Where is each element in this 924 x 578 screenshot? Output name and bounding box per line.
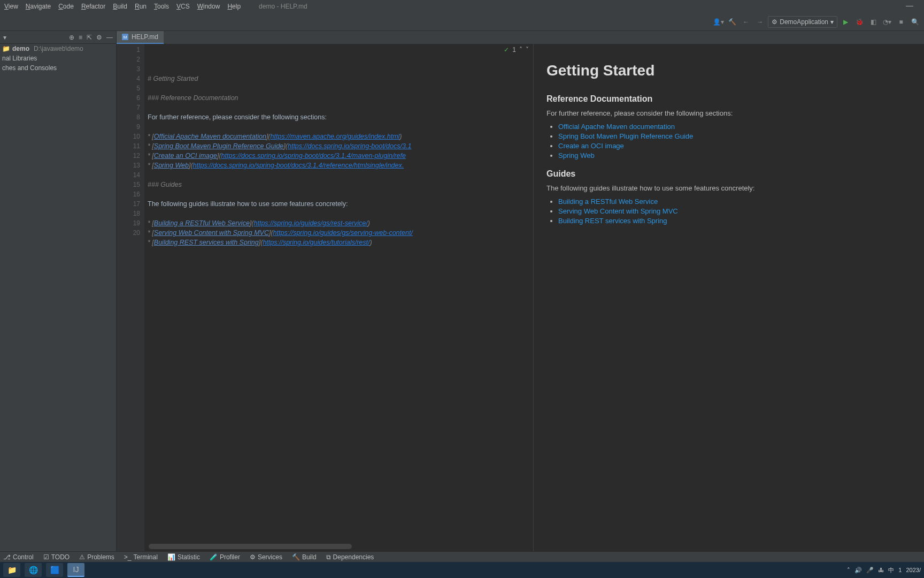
preview-link: Building a RESTful Web Service (558, 197, 911, 206)
tray-sound-icon[interactable]: 🔊 (854, 567, 862, 574)
menu-vcs[interactable]: VCS (176, 3, 190, 10)
gutter: 1234567891011121314151617181920 (117, 44, 144, 551)
hide-icon[interactable]: — (106, 34, 113, 41)
project-tree[interactable]: 📁 demo D:\javaweb\demo nal Libraries che… (0, 44, 116, 73)
preview-refs-list: Official Apache Maven documentationSprin… (558, 123, 911, 159)
editor-tabs: M HELP.md (117, 31, 924, 44)
horizontal-scrollbar[interactable] (149, 544, 352, 549)
project-root[interactable]: 📁 demo D:\javaweb\demo (0, 44, 116, 54)
preview-link: Spring Boot Maven Plugin Reference Guide (558, 132, 911, 140)
build-icon[interactable]: 🔨 (726, 16, 738, 28)
markdown-preview: Getting Started Reference Documentation … (534, 44, 924, 551)
check-icon: ✓ (504, 45, 509, 55)
preview-link-a[interactable]: Building REST services with Spring (558, 217, 667, 225)
menu-refactor[interactable]: Refactor (81, 3, 105, 10)
preview-link-a[interactable]: Serving Web Content with Spring MVC (558, 207, 678, 215)
preview-guides-list: Building a RESTful Web ServiceServing We… (558, 197, 911, 225)
tray-network-icon[interactable]: 🖧 (878, 567, 884, 573)
system-tray[interactable]: ˄ 🔊 🎤 🖧 中 1 2023/ (847, 566, 921, 574)
toolwin-build[interactable]: 🔨Build (292, 553, 317, 561)
menu-tools[interactable]: Tools (154, 3, 169, 10)
chevron-down-icon[interactable]: ˅ (526, 45, 529, 55)
preview-link-a[interactable]: Official Apache Maven documentation (558, 123, 675, 131)
folder-icon: 📁 (2, 45, 10, 52)
project-dropdown-icon[interactable]: ▾ (3, 34, 6, 41)
tray-time[interactable]: 1 (898, 567, 902, 573)
toolwin-problems[interactable]: ⚠Problems (79, 553, 114, 561)
toolwin-terminal[interactable]: >_Terminal (124, 553, 158, 561)
tree-item-scratches[interactable]: ches and Consoles (0, 63, 116, 73)
tray-chevron-icon[interactable]: ˄ (847, 567, 850, 574)
expand-all-icon[interactable]: ≡ (79, 34, 82, 41)
preview-link-a[interactable]: Create an OCI image (558, 142, 624, 150)
toolwin-todo[interactable]: ☑TODO (43, 553, 70, 561)
preview-link: Create an OCI image (558, 142, 911, 150)
tray-mic-icon[interactable]: 🎤 (866, 567, 874, 574)
menu-bar: ViewNavigateCodeRefactorBuildRunToolsVCS… (0, 0, 924, 13)
chevron-up-icon[interactable]: ˄ (519, 45, 522, 55)
preview-h3-refs: Reference Documentation (546, 94, 911, 104)
project-panel: ▾ ⊕ ≡ ⇱ ⚙ — 📁 demo D:\javaweb\demo nal L… (0, 31, 117, 551)
gear-icon[interactable]: ⚙ (96, 34, 102, 41)
menu-help[interactable]: Help (227, 3, 241, 10)
toolwin-statistic[interactable]: 📊Statistic (167, 553, 200, 561)
nav-forward-icon[interactable]: → (754, 16, 766, 28)
menu-build[interactable]: Build (113, 3, 127, 10)
tab-label: HELP.md (132, 33, 158, 41)
code-editor[interactable]: 1234567891011121314151617181920 ✓ 1 ˄ ˅ … (117, 44, 534, 551)
menu-navigate[interactable]: Navigate (26, 3, 51, 10)
run-icon[interactable]: ▶ (840, 16, 851, 28)
toolwin-services[interactable]: ⚙Services (250, 553, 282, 561)
menu-view[interactable]: View (4, 3, 18, 10)
taskbar-file-explorer[interactable]: 📁 (3, 563, 20, 577)
coverage-icon[interactable]: ◧ (867, 16, 879, 28)
profile-icon[interactable]: ◔▾ (881, 16, 893, 28)
inspection-widget[interactable]: ✓ 1 ˄ ˅ (504, 45, 529, 55)
chevron-down-icon: ▾ (830, 18, 834, 26)
toolwin-profiler[interactable]: 🧪Profiler (210, 553, 240, 561)
collapse-all-icon[interactable]: ⇱ (87, 34, 92, 41)
preview-link: Spring Web (558, 151, 911, 159)
menu-window[interactable]: Window (197, 3, 220, 10)
minimize-icon[interactable]: — (906, 1, 913, 10)
preview-link: Official Apache Maven documentation (558, 123, 911, 131)
search-icon[interactable]: 🔍 (909, 16, 921, 28)
window-title: demo - HELP.md (259, 3, 307, 10)
taskbar-browser[interactable]: 🌐 (25, 563, 42, 577)
tree-item-external-libs[interactable]: nal Libraries (0, 54, 116, 63)
preview-p1: For further reference, please consider t… (546, 109, 911, 117)
tray-ime-icon[interactable]: 中 (888, 566, 894, 574)
nav-back-icon[interactable]: ← (740, 16, 752, 28)
code-area[interactable]: ✓ 1 ˄ ˅ # Getting Started ### Reference … (144, 44, 533, 551)
preview-h3-guides: Guides (546, 169, 911, 179)
markdown-file-icon: M (122, 34, 128, 40)
menu-code[interactable]: Code (58, 3, 74, 10)
preview-p2: The following guides illustrate how to u… (546, 184, 911, 192)
preview-link: Serving Web Content with Spring MVC (558, 207, 911, 215)
locate-icon[interactable]: ⊕ (69, 34, 74, 41)
toolwin-control[interactable]: ⎇Control (3, 553, 34, 561)
run-config-dropdown[interactable]: ⚙ DemoApplication ▾ (768, 16, 837, 28)
toolwin-dependencies[interactable]: ⧉Dependencies (326, 553, 374, 561)
inspection-count: 1 (512, 45, 516, 55)
preview-link-a[interactable]: Spring Boot Maven Plugin Reference Guide (558, 132, 693, 140)
taskbar-app-1[interactable]: 🟦 (46, 563, 63, 577)
preview-link-a[interactable]: Building a RESTful Web Service (558, 197, 658, 206)
run-config-icon: ⚙ (772, 18, 777, 26)
menu-run[interactable]: Run (135, 3, 147, 10)
tray-date[interactable]: 2023/ (906, 567, 921, 573)
os-taskbar: 📁 🌐 🟦 IJ ˄ 🔊 🎤 🖧 中 1 2023/ (0, 562, 924, 578)
debug-icon[interactable]: 🐞 (853, 16, 865, 28)
toolbar: 👤▾ 🔨 ← → ⚙ DemoApplication ▾ ▶ 🐞 ◧ ◔▾ ■ … (0, 13, 924, 31)
preview-h1: Getting Started (546, 62, 911, 79)
preview-link-a[interactable]: Spring Web (558, 151, 595, 159)
project-panel-header: ▾ ⊕ ≡ ⇱ ⚙ — (0, 31, 116, 44)
add-user-icon[interactable]: 👤▾ (712, 16, 724, 28)
tab-help-md[interactable]: M HELP.md (117, 31, 164, 44)
tool-window-bar: ⎇Control☑TODO⚠Problems>_Terminal📊Statist… (0, 551, 924, 562)
run-config-name: DemoApplication (780, 18, 828, 26)
taskbar-intellij[interactable]: IJ (67, 563, 84, 577)
preview-link: Building REST services with Spring (558, 217, 911, 225)
stop-icon[interactable]: ■ (895, 16, 907, 28)
